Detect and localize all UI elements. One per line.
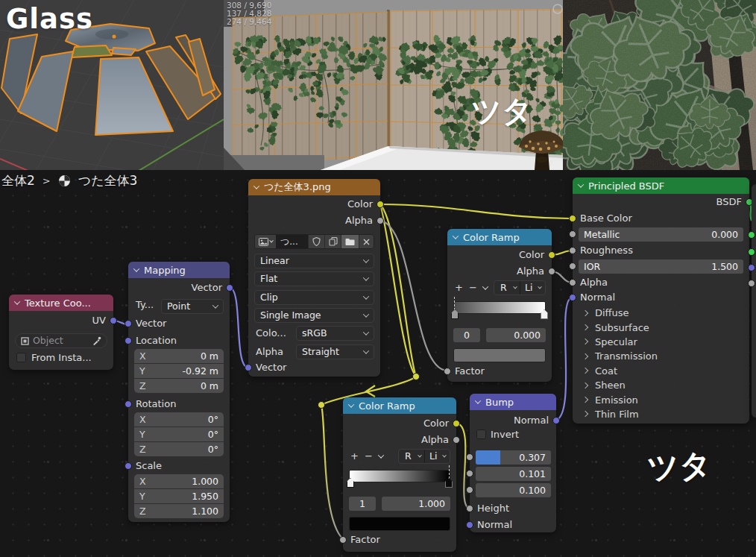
vector-component-field[interactable]: X0 m: [134, 349, 224, 363]
ramp-mode-dropdowns[interactable]: RLi: [398, 449, 450, 464]
socket-rotation-input[interactable]: [125, 400, 132, 408]
vector-component-field[interactable]: Z0°: [134, 442, 224, 456]
metallic-field[interactable]: Metallic0.000: [579, 227, 743, 242]
ior-field[interactable]: IOR1.500: [579, 259, 743, 274]
collapse-chevron-icon[interactable]: [578, 181, 584, 187]
node-color-ramp-2[interactable]: Color RampColorAlpha+−RLi11.000Factor: [343, 397, 456, 552]
color-space-dropdown[interactable]: sRGB: [296, 326, 374, 341]
vector-component-field[interactable]: Z1.100: [134, 504, 224, 518]
node-color-ramp-1[interactable]: Color RampColorAlpha+−RLi00.000Factor: [447, 229, 552, 382]
reroute-node[interactable]: [318, 402, 325, 409]
vector-component-field[interactable]: Y0°: [134, 427, 224, 441]
socket-scale-input[interactable]: [125, 462, 132, 470]
socket-alpha-output[interactable]: [453, 436, 460, 444]
vector-component-field[interactable]: Z0 m: [134, 379, 224, 393]
socket-normal-input[interactable]: [466, 521, 473, 529]
vector-component-field[interactable]: X0°: [134, 412, 224, 427]
bsdf-section-thin-film[interactable]: Thin Film: [583, 407, 743, 421]
socket-base-color-input[interactable]: [569, 215, 576, 222]
type-dropdown[interactable]: Point: [161, 299, 224, 314]
socket-alpha-output[interactable]: [548, 268, 555, 275]
add-stop-button[interactable]: +: [350, 450, 359, 462]
image-icon[interactable]: [255, 235, 276, 248]
socket-metallic-input[interactable]: [569, 230, 576, 238]
socket-partial-3[interactable]: [748, 264, 755, 271]
bsdf-section-subsurface[interactable]: Subsurface: [583, 320, 743, 334]
color-ramp-gradient[interactable]: [349, 470, 450, 482]
strength-field[interactable]: 0.307: [476, 450, 551, 465]
remove-stop-button[interactable]: −: [469, 282, 477, 293]
image-name-field[interactable]: つ...: [276, 235, 308, 248]
socket-partial-4[interactable]: [748, 280, 755, 287]
copy-icon[interactable]: [324, 235, 341, 248]
reroute-node[interactable]: [413, 374, 420, 380]
socket-normal-output[interactable]: [552, 417, 560, 424]
socket-vector-input[interactable]: [245, 364, 252, 371]
socket-factor-input[interactable]: [339, 536, 347, 544]
socket-roughness-input[interactable]: [569, 247, 576, 254]
vector-component-field[interactable]: X1.000: [134, 474, 224, 488]
bsdf-section-sheen[interactable]: Sheen: [583, 378, 743, 392]
shield-icon[interactable]: [308, 235, 324, 248]
socket-strength-input[interactable]: [466, 453, 473, 461]
vector-component-field[interactable]: Y-0.92 m: [134, 364, 224, 378]
socket-filterwidth-input[interactable]: [466, 486, 473, 494]
socket-alpha-output[interactable]: [377, 217, 384, 224]
socket-distance-input[interactable]: [466, 470, 473, 477]
bsdf-section-diffuse[interactable]: Diffuse: [583, 306, 743, 320]
socket-normal-input[interactable]: [569, 294, 576, 301]
socket-vector-output[interactable]: [226, 284, 233, 292]
socket-alpha-input[interactable]: [569, 279, 576, 286]
shader-node-editor[interactable]: 全体2 > つた全体3: [0, 170, 756, 557]
collapse-chevron-icon[interactable]: [475, 397, 481, 403]
socket-location-input[interactable]: [125, 337, 132, 344]
collapse-chevron-icon[interactable]: [253, 183, 259, 189]
interpolation-dropdown[interactable]: Linear: [254, 254, 374, 268]
stop-position-field[interactable]: 0.000: [486, 328, 546, 342]
ramp-options-chevron-icon[interactable]: [378, 452, 384, 458]
folder-icon[interactable]: [341, 235, 359, 248]
socket-partial-1[interactable]: [748, 231, 755, 239]
ramp-options-chevron-icon[interactable]: [482, 283, 488, 289]
socket-factor-input[interactable]: [444, 368, 451, 375]
invert-checkbox[interactable]: [476, 429, 486, 439]
object-field[interactable]: Object: [15, 333, 107, 348]
distance-field[interactable]: 0.101: [476, 467, 551, 481]
stop-position-field[interactable]: 1.000: [382, 497, 450, 511]
node-mapping[interactable]: Mapping Vector Ty... Point Vector Locati…: [128, 262, 230, 522]
node-texture-coordinate[interactable]: Texture Coo... UV Object From Insta...: [9, 295, 113, 370]
node-image-texture[interactable]: つた全体3.png Color Alpha つ... Linear Flat C…: [248, 179, 380, 377]
filter-width-field[interactable]: 0.100: [476, 483, 551, 497]
source-dropdown[interactable]: Single Image: [254, 308, 374, 323]
add-stop-button[interactable]: +: [455, 282, 463, 293]
node-bump[interactable]: Bump Normal Invert 0.307 0.101 0.100 Hei…: [470, 394, 556, 532]
bsdf-section-emission[interactable]: Emission: [583, 392, 743, 406]
projection-dropdown[interactable]: Flat: [254, 271, 374, 286]
from-instancer-checkbox[interactable]: [16, 353, 26, 362]
node-partial-right[interactable]: [752, 184, 756, 418]
socket-ior-input[interactable]: [569, 262, 576, 270]
socket-partial-2[interactable]: [748, 248, 755, 256]
remove-stop-button[interactable]: −: [365, 450, 373, 462]
close-icon[interactable]: [359, 235, 374, 248]
socket-color-output[interactable]: [548, 251, 555, 259]
alpha-mode-dropdown[interactable]: Straight: [296, 344, 374, 359]
ramp-mode-dropdowns[interactable]: RLi: [494, 280, 546, 295]
vector-component-field[interactable]: Y1.950: [134, 489, 224, 503]
extension-dropdown[interactable]: Clip: [254, 290, 374, 305]
node-principled-bsdf[interactable]: Principled BSDF BSDF Base Color Metallic…: [573, 177, 749, 424]
color-ramp-gradient[interactable]: [453, 301, 546, 314]
bsdf-section-transmission[interactable]: Transmission: [583, 349, 743, 363]
bsdf-section-coat[interactable]: Coat: [583, 364, 743, 378]
stop-color-swatch[interactable]: [349, 517, 450, 531]
stop-color-swatch[interactable]: [453, 348, 546, 362]
collapse-chevron-icon[interactable]: [133, 265, 139, 271]
socket-color-output[interactable]: [453, 420, 460, 427]
stop-index-field[interactable]: 0: [453, 328, 480, 342]
socket-color-output[interactable]: [377, 201, 384, 208]
socket-height-input[interactable]: [466, 505, 473, 512]
bsdf-section-specular[interactable]: Specular: [583, 335, 743, 349]
eyedropper-icon[interactable]: [92, 336, 101, 345]
collapse-chevron-icon[interactable]: [14, 298, 20, 304]
socket-vector-input[interactable]: [125, 320, 132, 327]
